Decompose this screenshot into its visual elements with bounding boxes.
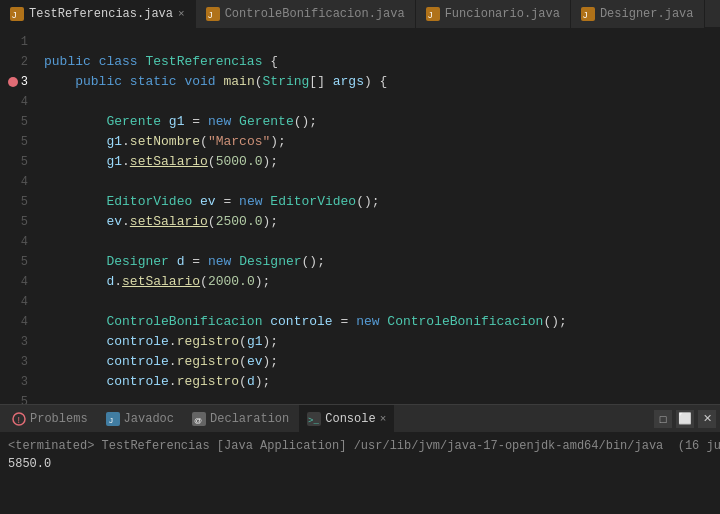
line-num-3: 3 — [4, 72, 28, 92]
code-line-17: controle.registro(ev); — [36, 352, 720, 372]
code-line-7: g1.setSalario(5000.0); — [36, 152, 720, 172]
svg-text:J: J — [428, 10, 433, 20]
line-num-14: 4 — [4, 292, 28, 312]
code-line-13: d.setSalario(2000.0); — [36, 272, 720, 292]
code-line-14 — [36, 292, 720, 312]
line-num-15: 4 — [4, 312, 28, 332]
line-num-9: 5 — [4, 192, 28, 212]
svg-text:!: ! — [18, 415, 21, 425]
tab-designer[interactable]: J Designer.java — [571, 0, 705, 28]
svg-text:J: J — [12, 10, 17, 20]
tab-declaration-label: Declaration — [210, 412, 289, 426]
tab-label: TestReferencias.java — [29, 7, 173, 21]
line-num-17: 3 — [4, 352, 28, 372]
svg-text:>_: >_ — [308, 416, 319, 426]
code-line-5: Gerente g1 = new Gerente(); — [36, 112, 720, 132]
line-num-2: 2 — [4, 52, 28, 72]
tab-close-icon[interactable]: × — [178, 8, 185, 20]
code-line-1 — [36, 32, 720, 52]
code-line-2: public class TestReferencias { — [36, 52, 720, 72]
svg-text:J: J — [109, 416, 113, 425]
minimize-panel-button[interactable]: □ — [654, 410, 672, 428]
bottom-panel: ! Problems J Javadoc @ Declaration — [0, 404, 720, 514]
console-icon: >_ — [307, 412, 321, 426]
line-num-4: 4 — [4, 92, 28, 112]
java-icon: J — [581, 7, 595, 21]
tab-controle-bonificacion[interactable]: J ControleBonificacion.java — [196, 0, 416, 28]
panel-controls: □ ⬜ ✕ — [654, 410, 716, 428]
line-num-18: 3 — [4, 372, 28, 392]
tab-label: ControleBonificacion.java — [225, 7, 405, 21]
tab-console-label: Console — [325, 412, 375, 426]
tab-funcionario[interactable]: J Funcionario.java — [416, 0, 571, 28]
line-num-7: 5 — [4, 152, 28, 172]
line-num-6: 5 — [4, 132, 28, 152]
line-num-5: 5 — [4, 112, 28, 132]
line-num-1: 1 — [4, 32, 28, 52]
code-line-18: controle.registro(d); — [36, 372, 720, 392]
editor-tab-bar: J TestReferencias.java × J ControleBonif… — [0, 0, 720, 28]
tab-javadoc-label: Javadoc — [124, 412, 174, 426]
code-line-6: g1.setNombre("Marcos"); — [36, 132, 720, 152]
code-line-9: EditorVideo ev = new EditorVideo(); — [36, 192, 720, 212]
maximize-panel-button[interactable]: ⬜ — [676, 410, 694, 428]
java-icon: J — [426, 7, 440, 21]
code-line-8 — [36, 172, 720, 192]
code-line-10: ev.setSalario(2500.0); — [36, 212, 720, 232]
problems-icon: ! — [12, 412, 26, 426]
line-num-12: 5 — [4, 252, 28, 272]
svg-text:J: J — [208, 10, 213, 20]
console-line-1: <terminated> TestReferencias [Java Appli… — [8, 437, 712, 455]
code-line-19 — [36, 392, 720, 404]
line-num-13: 4 — [4, 272, 28, 292]
line-num-16: 3 — [4, 332, 28, 352]
tab-problems[interactable]: ! Problems — [4, 405, 96, 433]
code-container: 1 2 3 4 5 5 5 4 5 5 4 5 4 4 4 3 3 3 5 4 — [0, 28, 720, 404]
line-num-10: 5 — [4, 212, 28, 232]
tab-declaration[interactable]: @ Declaration — [184, 405, 297, 433]
panel-tab-bar: ! Problems J Javadoc @ Declaration — [0, 405, 720, 433]
svg-text:J: J — [583, 10, 588, 20]
console-output: <terminated> TestReferencias [Java Appli… — [0, 433, 720, 514]
line-num-8: 4 — [4, 172, 28, 192]
console-tab-close[interactable]: × — [380, 413, 387, 425]
tab-label: Designer.java — [600, 7, 694, 21]
tab-problems-label: Problems — [30, 412, 88, 426]
tab-console[interactable]: >_ Console × — [299, 405, 394, 433]
console-line-2: 5850.0 — [8, 455, 712, 473]
svg-text:@: @ — [194, 416, 202, 425]
javadoc-icon: J — [106, 412, 120, 426]
code-content: public class TestReferencias { public st… — [36, 28, 720, 404]
breakpoint-icon — [8, 77, 18, 87]
java-icon: J — [10, 7, 24, 21]
tab-test-referencias[interactable]: J TestReferencias.java × — [0, 0, 196, 28]
code-line-4 — [36, 92, 720, 112]
line-numbers: 1 2 3 4 5 5 5 4 5 5 4 5 4 4 4 3 3 3 5 4 — [0, 28, 36, 404]
editor-area: 1 2 3 4 5 5 5 4 5 5 4 5 4 4 4 3 3 3 5 4 — [0, 28, 720, 404]
close-panel-button[interactable]: ✕ — [698, 410, 716, 428]
tab-label: Funcionario.java — [445, 7, 560, 21]
code-line-12: Designer d = new Designer(); — [36, 252, 720, 272]
code-line-3: public static void main(String[] args) { — [36, 72, 720, 92]
line-num-11: 4 — [4, 232, 28, 252]
declaration-icon: @ — [192, 412, 206, 426]
tab-javadoc[interactable]: J Javadoc — [98, 405, 182, 433]
line-num-19: 5 — [4, 392, 28, 404]
code-line-11 — [36, 232, 720, 252]
main-container: J TestReferencias.java × J ControleBonif… — [0, 0, 720, 514]
code-line-15: ControleBonificacion controle = new Cont… — [36, 312, 720, 332]
java-icon: J — [206, 7, 220, 21]
code-line-16: controle.registro(g1); — [36, 332, 720, 352]
